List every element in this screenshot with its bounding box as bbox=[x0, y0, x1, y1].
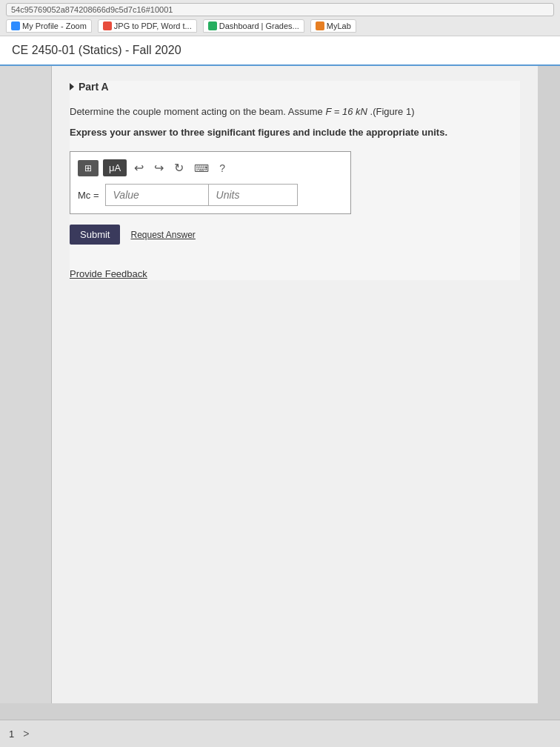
url-bar: 54c95769052a874208666d9c5d7c16#10001 bbox=[6, 3, 554, 16]
mu-button[interactable]: μA bbox=[103, 159, 127, 176]
dashboard-icon bbox=[208, 21, 217, 30]
part-section: Part A Determine the couple moment actin… bbox=[70, 81, 520, 280]
bottom-nav: 1 > bbox=[0, 720, 560, 747]
units-input[interactable] bbox=[209, 184, 298, 206]
button-row: Submit Request Answer bbox=[70, 225, 520, 245]
help-button[interactable]: ? bbox=[216, 161, 228, 176]
left-sidebar bbox=[0, 66, 52, 703]
answer-box: ⊞ μA ↩ ↪ ↻ ⌨ ? Mc = bbox=[70, 151, 351, 214]
tab-pdf[interactable]: JPG to PDF, Word t... bbox=[98, 19, 197, 33]
problem-statement-line2: Express your answer to three significant… bbox=[70, 125, 520, 140]
tab-mylab[interactable]: MyLab bbox=[310, 19, 356, 33]
tab-zoom-label: My Profile - Zoom bbox=[22, 21, 87, 30]
tab-dashboard-label: Dashboard | Grades... bbox=[219, 21, 299, 30]
pdf-icon bbox=[103, 21, 112, 30]
content-panel: Part A Determine the couple moment actin… bbox=[52, 66, 538, 703]
right-panel bbox=[538, 66, 560, 703]
input-row: Mc = bbox=[78, 184, 343, 206]
provide-feedback-button[interactable]: Provide Feedback bbox=[70, 268, 147, 279]
mylab-icon bbox=[316, 21, 324, 30]
keyboard-button[interactable]: ⌨ bbox=[191, 161, 212, 176]
undo-button[interactable]: ↩ bbox=[131, 159, 147, 176]
next-page-arrow[interactable]: > bbox=[20, 726, 32, 741]
tab-pdf-label: JPG to PDF, Word t... bbox=[114, 21, 192, 30]
part-header: Part A bbox=[70, 81, 520, 93]
collapse-triangle-icon[interactable] bbox=[70, 83, 74, 90]
tab-dashboard[interactable]: Dashboard | Grades... bbox=[203, 19, 304, 33]
page-header: CE 2450-01 (Statics) - Fall 2020 bbox=[0, 36, 560, 66]
page-indicator: 1 bbox=[9, 728, 14, 740]
part-label: Part A bbox=[79, 81, 109, 93]
problem-statement-line1: Determine the couple moment acting on th… bbox=[70, 104, 520, 119]
toolbar-row: ⊞ μA ↩ ↪ ↻ ⌨ ? bbox=[78, 159, 343, 176]
matrix-button[interactable]: ⊞ bbox=[78, 160, 99, 176]
page-title: CE 2450-01 (Statics) - Fall 2020 bbox=[12, 44, 181, 56]
browser-bar: 54c95769052a874208666d9c5d7c16#10001 My … bbox=[0, 0, 560, 36]
tab-mylab-label: MyLab bbox=[327, 21, 351, 30]
mc-label: Mc = bbox=[78, 190, 99, 201]
tab-zoom[interactable]: My Profile - Zoom bbox=[6, 19, 92, 33]
url-text: 54c95769052a874208666d9c5d7c16#10001 bbox=[11, 5, 173, 14]
equation-text: F = 16 kN bbox=[325, 106, 367, 117]
main-content: Part A Determine the couple moment actin… bbox=[0, 66, 560, 703]
value-input[interactable] bbox=[105, 184, 209, 206]
refresh-button[interactable]: ↻ bbox=[171, 159, 187, 176]
redo-button[interactable]: ↪ bbox=[151, 159, 167, 176]
request-answer-button[interactable]: Request Answer bbox=[130, 230, 195, 240]
submit-button[interactable]: Submit bbox=[70, 225, 120, 245]
zoom-icon bbox=[11, 21, 20, 30]
tabs-row: My Profile - Zoom JPG to PDF, Word t... … bbox=[6, 19, 554, 33]
